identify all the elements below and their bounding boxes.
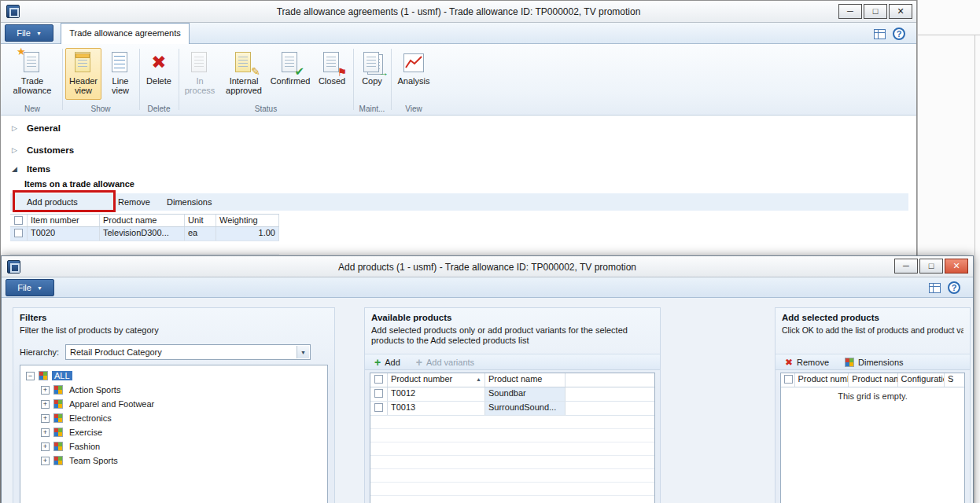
row-checkbox-cell	[10, 227, 28, 240]
tree-expand-icon[interactable]: +	[41, 386, 50, 395]
tree-expand-icon[interactable]: +	[41, 457, 50, 465]
internal-approved-button[interactable]: ✎ Internal approved	[221, 48, 267, 100]
category-icon	[53, 385, 63, 395]
maximize-button[interactable]: □	[864, 4, 887, 19]
tree-item-electronics[interactable]: + Electronics	[20, 411, 327, 425]
select-all-checkbox[interactable]	[784, 375, 793, 384]
help-icon[interactable]: ?	[948, 281, 960, 294]
minimize-button[interactable]: ─	[838, 4, 862, 19]
maximize-button[interactable]: □	[919, 259, 943, 274]
file-dropdown-icon: ▼	[36, 31, 42, 36]
tree-item-apparel-and-footwear[interactable]: + Apparel and Footwear	[20, 397, 327, 411]
table-row[interactable]: T0013 SurroundSound...	[370, 402, 654, 416]
close-button[interactable]: ✕	[945, 259, 968, 274]
col-product-name[interactable]: Product name	[100, 215, 185, 226]
tree-expand-icon[interactable]: +	[41, 414, 50, 423]
select-dropdown-icon[interactable]: ▼	[297, 346, 309, 358]
section-customers-label: Customers	[27, 145, 74, 155]
tree-item-fashion[interactable]: + Fashion	[20, 439, 327, 453]
add-variants-button: + Add variants	[416, 357, 474, 368]
remove-button[interactable]: Remove	[118, 193, 150, 211]
select-all-checkbox[interactable]	[374, 375, 383, 384]
layout-icon[interactable]	[929, 283, 941, 293]
empty-row	[370, 456, 654, 469]
tree-item-team-sports[interactable]: + Team Sports	[20, 453, 327, 468]
category-icon	[53, 428, 63, 437]
table-row[interactable]: T0012 Soundbar	[370, 387, 654, 402]
section-customers[interactable]: ▷ Customers	[9, 141, 74, 159]
main-titlebar: Trade allowance agreements (1 - usmf) - …	[1, 1, 916, 23]
hierarchy-select[interactable]: Retail Product Category ▼	[65, 344, 311, 360]
category-icon	[53, 456, 63, 465]
row-checkbox[interactable]	[374, 403, 383, 412]
line-view-button[interactable]: Line view	[103, 48, 138, 100]
star-icon: ★	[17, 46, 26, 57]
maximize-icon: □	[873, 6, 879, 16]
header-view-button[interactable]: Header view	[65, 48, 101, 100]
row-checkbox-cell	[370, 402, 388, 415]
tree-collapse-icon[interactable]: −	[26, 372, 35, 380]
empty-row	[370, 469, 654, 483]
remove-button[interactable]: ✖ Remove	[785, 357, 829, 368]
file-menu-button[interactable]: File▼	[6, 279, 54, 296]
ribbon: ★ Trade allowance Header view Line view …	[1, 44, 916, 116]
red-x-icon: ✖	[147, 51, 171, 75]
col-unit[interactable]: Unit	[185, 215, 216, 226]
col-item-number[interactable]: Item number	[28, 215, 100, 226]
copy-button[interactable]: → Copy	[356, 48, 388, 100]
trade-allowance-button[interactable]: ★ Trade allowance	[7, 48, 57, 100]
tree-expand-icon[interactable]: +	[41, 442, 50, 451]
section-general[interactable]: ▷ General	[9, 119, 61, 137]
help-icon[interactable]: ?	[893, 28, 905, 40]
dimensions-button[interactable]: Dimensions	[167, 193, 212, 211]
close-button[interactable]: ✕	[889, 4, 912, 19]
dimensions-icon	[845, 358, 854, 367]
ribbon-separator	[179, 49, 179, 110]
closed-button[interactable]: ⚑ Closed	[314, 48, 350, 100]
file-menu-button[interactable]: File▼	[5, 24, 53, 42]
analysis-button[interactable]: Analysis	[394, 48, 433, 100]
main-corner-icons: ?	[874, 28, 905, 40]
add-variants-label: Add variants	[426, 358, 474, 367]
confirmed-button[interactable]: ✔ Confirmed	[268, 48, 312, 100]
section-items[interactable]: ◢ Items	[9, 160, 50, 178]
available-products-title: Available products	[371, 313, 654, 322]
col-configuration[interactable]: Configuration	[898, 373, 945, 387]
row-checkbox[interactable]	[14, 229, 23, 237]
tree-expand-icon[interactable]: +	[41, 428, 50, 437]
col-weighting[interactable]: Weighting	[216, 215, 279, 226]
tab-trade-allowance-agreements[interactable]: Trade allowance agreements	[61, 23, 190, 44]
delete-button[interactable]: ✖ Delete	[142, 48, 175, 100]
col-product-name[interactable]: Product name	[849, 373, 897, 387]
select-all-checkbox[interactable]	[14, 216, 23, 225]
tree-item-all[interactable]: − ALL	[20, 369, 327, 383]
cell-product-number: T0013	[388, 402, 485, 415]
category-icon	[53, 399, 63, 409]
header-view-label: Header view	[66, 76, 101, 95]
group-label-status: Status	[180, 104, 352, 115]
tree-expand-icon[interactable]: +	[41, 400, 50, 409]
main-window-controls: ─ □ ✕	[838, 4, 912, 19]
minimize-button[interactable]: ─	[894, 259, 918, 274]
group-label-delete: Delete	[141, 104, 177, 115]
col-product-number[interactable]: Product number ▲	[388, 373, 485, 387]
file-menu-label: File	[17, 283, 31, 292]
delete-icon: ✖	[147, 51, 171, 75]
analysis-icon	[402, 51, 426, 75]
closed-icon: ⚑	[320, 51, 344, 75]
layout-icon[interactable]	[874, 29, 886, 39]
col-product-number[interactable]: Product number	[795, 373, 849, 387]
filler-cell	[566, 387, 654, 401]
group-label-show: Show	[64, 104, 138, 115]
table-row[interactable]: T0020 TelevisionD300... ea 1.00	[10, 227, 279, 241]
selected-toolbar: ✖ Remove Dimensions	[776, 354, 970, 370]
dimensions-button[interactable]: Dimensions	[845, 358, 903, 367]
col-product-name[interactable]: Product name	[485, 373, 566, 387]
tree-item-exercise[interactable]: + Exercise	[20, 425, 327, 439]
row-checkbox[interactable]	[374, 389, 383, 398]
col-s-truncated[interactable]: S	[945, 373, 964, 387]
add-button[interactable]: + Add	[374, 357, 400, 368]
group-label-new: New	[7, 104, 57, 115]
tree-item-action-sports[interactable]: + Action Sports	[20, 383, 327, 397]
internal-approved-label: Internal approved	[222, 76, 266, 95]
